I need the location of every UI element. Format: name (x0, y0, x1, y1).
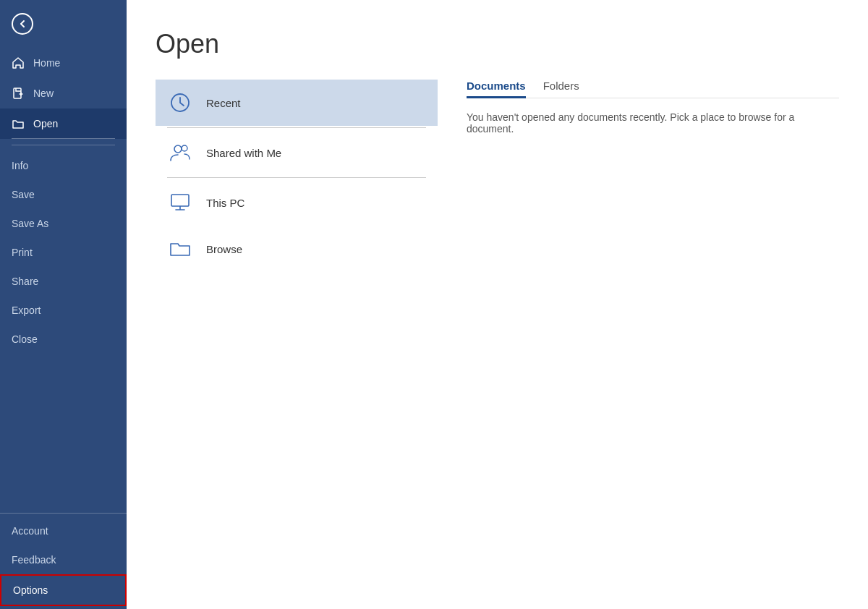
people-icon (167, 140, 193, 166)
home-icon (12, 56, 26, 69)
content-area: Recent Shared with Me (156, 80, 839, 595)
sidebar-new-label: New (33, 88, 54, 99)
locations-panel: Recent Shared with Me (156, 80, 438, 595)
sidebar-item-open[interactable]: Open (0, 108, 127, 139)
page-title: Open (156, 29, 839, 59)
svg-point-2 (174, 145, 182, 153)
back-button[interactable] (0, 0, 127, 48)
new-icon (12, 87, 26, 100)
location-recent-label: Recent (206, 97, 241, 109)
tab-folders[interactable]: Folders (543, 80, 579, 98)
sidebar-item-export[interactable]: Export (0, 296, 127, 325)
sidebar-spacer (0, 354, 127, 513)
sidebar-divider-top (12, 145, 115, 145)
main-content: Open Recent (127, 0, 868, 609)
svg-rect-4 (171, 195, 189, 206)
tabs-row: Documents Folders (467, 80, 839, 98)
svg-rect-0 (14, 88, 21, 98)
location-recent[interactable]: Recent (156, 80, 438, 126)
sidebar-item-account[interactable]: Account (0, 516, 127, 545)
empty-message: You haven't opened any documents recentl… (467, 111, 839, 135)
back-icon (12, 13, 33, 35)
documents-panel: Documents Folders You haven't opened any… (438, 80, 839, 595)
sidebar-item-share[interactable]: Share (0, 267, 127, 296)
clock-icon (167, 90, 193, 116)
location-this-pc[interactable]: This PC (156, 179, 438, 226)
open-icon (12, 117, 26, 130)
folder-icon (167, 236, 193, 262)
sidebar: Home New Open Info Save Save As (0, 0, 127, 609)
location-divider-1 (167, 127, 426, 128)
computer-icon (167, 189, 193, 216)
sidebar-bottom: Account Feedback Options (0, 513, 127, 606)
sidebar-open-label: Open (33, 118, 58, 129)
location-browse[interactable]: Browse (156, 226, 438, 272)
sidebar-item-print[interactable]: Print (0, 238, 127, 267)
sidebar-item-info[interactable]: Info (0, 151, 127, 180)
location-shared-label: Shared with Me (206, 147, 281, 159)
sidebar-home-label: Home (33, 57, 60, 69)
sidebar-item-new[interactable]: New (0, 78, 127, 108)
location-divider-2 (167, 177, 426, 178)
location-this-pc-label: This PC (206, 197, 244, 209)
tab-documents[interactable]: Documents (467, 80, 526, 98)
sidebar-item-save-as[interactable]: Save As (0, 209, 127, 238)
location-shared[interactable]: Shared with Me (156, 129, 438, 176)
sidebar-item-options[interactable]: Options (0, 574, 127, 606)
location-browse-label: Browse (206, 243, 242, 255)
svg-point-3 (182, 145, 187, 151)
sidebar-item-home[interactable]: Home (0, 48, 127, 78)
sidebar-item-close[interactable]: Close (0, 325, 127, 354)
sidebar-item-feedback[interactable]: Feedback (0, 545, 127, 574)
sidebar-item-save[interactable]: Save (0, 180, 127, 209)
